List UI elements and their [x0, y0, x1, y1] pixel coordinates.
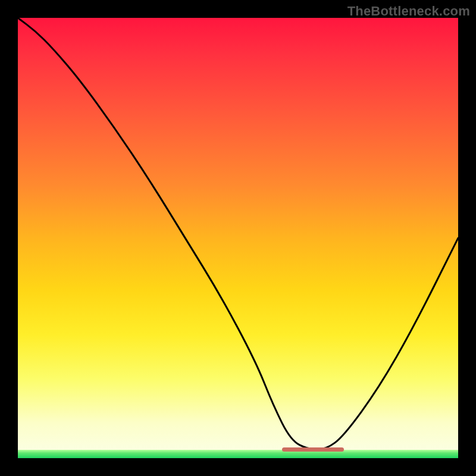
plot-area: [18, 18, 458, 458]
chart-frame: TheBottleneck.com: [0, 0, 476, 476]
watermark-text: TheBottleneck.com: [347, 4, 470, 19]
bottleneck-curve-path: [18, 18, 458, 449]
minimum-marker-segment: [282, 447, 344, 452]
bottleneck-curve-svg: [18, 18, 458, 458]
